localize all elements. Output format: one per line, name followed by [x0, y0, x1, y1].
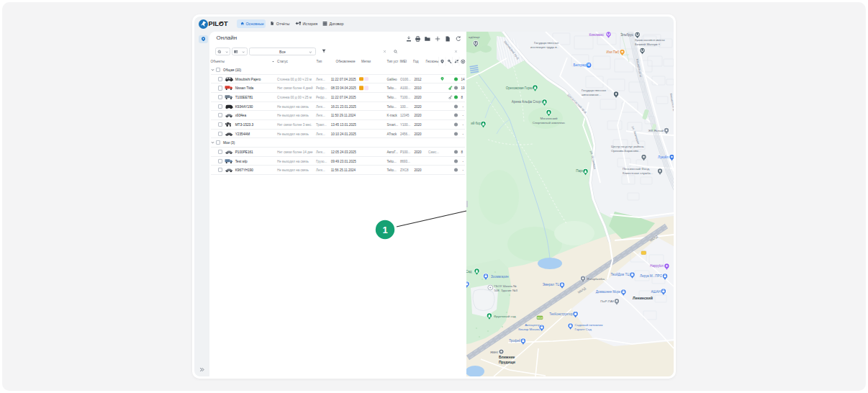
- svg-text:адбище: адбище: [469, 35, 480, 39]
- svg-text:Парк: Парк: [576, 169, 583, 173]
- svg-text:Клиентская служба...: Клиентская служба...: [623, 171, 653, 174]
- svg-text:Московский: Московский: [540, 117, 558, 120]
- svg-text:ГБОУ Школа №: ГБОУ Школа №: [494, 284, 517, 288]
- svg-text:Садовый питомник: Садовый питомник: [575, 322, 603, 326]
- svg-text:Государственная: Государственная: [534, 40, 559, 44]
- svg-text:Квазар Москва: Квазар Москва: [518, 327, 541, 330]
- svg-text:Лукойл: Лукойл: [658, 154, 669, 158]
- svg-text:Ленинский: Ленинский: [633, 296, 653, 300]
- svg-text:Трофей: Трофей: [509, 338, 521, 343]
- svg-text:Спортивный комплекс: Спортивный комплекс: [533, 121, 566, 125]
- svg-text:Ореховская Горка: Ореховская Горка: [506, 86, 533, 89]
- svg-text:Домашнее Море: Домашнее Море: [596, 290, 621, 294]
- svg-text:Эмерал ТЦ: Эмерал ТЦ: [543, 283, 560, 286]
- svg-text:Ближние: Ближние: [499, 354, 515, 358]
- svg-text:ий бор: ий бор: [471, 120, 481, 125]
- svg-text:Пенсионный Фонд,: Пенсионный Фонд,: [623, 166, 650, 170]
- svg-text:Арена Альфа Спорт: Арена Альфа Спорт: [512, 99, 542, 103]
- svg-text:ЖК Ясный: ЖК Ясный: [648, 128, 664, 132]
- svg-text:Храм-часовня иконы: Храм-часовня иконы: [635, 38, 665, 42]
- svg-text:ТехКонструктор: ТехКонструктор: [549, 312, 573, 316]
- svg-text:ЯВЕК: ЯВЕК: [490, 350, 499, 353]
- svg-text:ПыР-ПАК: ПыР-ПАК: [600, 299, 615, 303]
- svg-text:Центр госуслуг района: Центр госуслуг района: [611, 144, 644, 148]
- svg-text:Зоомагазин: Зоомагазин: [491, 274, 509, 278]
- svg-text:Киномакс: Киномакс: [589, 32, 605, 36]
- svg-text:ТвойДом ТЦ: ТвойДом ТЦ: [611, 272, 630, 276]
- svg-text:Прудищи: Прудищи: [499, 359, 515, 363]
- svg-text:Белград: Белград: [573, 63, 586, 66]
- svg-text:инспекция труда в..: инспекция труда в..: [530, 45, 559, 48]
- svg-text:1: 1: [382, 225, 387, 235]
- svg-text:Государственное: Государственное: [582, 89, 607, 92]
- svg-text:М118: М118: [537, 316, 543, 319]
- svg-text:автономное...: автономное...: [582, 93, 601, 96]
- svg-text:Happylon: Happylon: [650, 264, 664, 268]
- svg-text:Автоцентр: Автоцентр: [525, 322, 541, 326]
- svg-text:Леруа М...ПРО: Леруа М...ПРО: [640, 274, 662, 278]
- svg-text:508. Здание №3: 508. Здание №3: [494, 289, 518, 292]
- svg-text:Орехово-Борисово...: Орехово-Борисово...: [611, 148, 641, 152]
- svg-text:Гарант Сад: Гарант Сад: [575, 327, 592, 330]
- svg-text:Сад: Сад: [466, 269, 472, 273]
- svg-text:Evroplastika: Evroplastika: [587, 277, 605, 281]
- svg-text:M: M: [587, 63, 590, 67]
- svg-text:Фруктовый сад: Фруктовый сад: [494, 314, 516, 317]
- svg-text:Эльбрус: Эльбрус: [620, 32, 634, 36]
- svg-text:АШАН: АШАН: [651, 289, 661, 293]
- svg-text:Изи Паб: Изи Паб: [607, 50, 620, 53]
- svg-text:Божией Матери «: Божией Матери «: [635, 42, 661, 46]
